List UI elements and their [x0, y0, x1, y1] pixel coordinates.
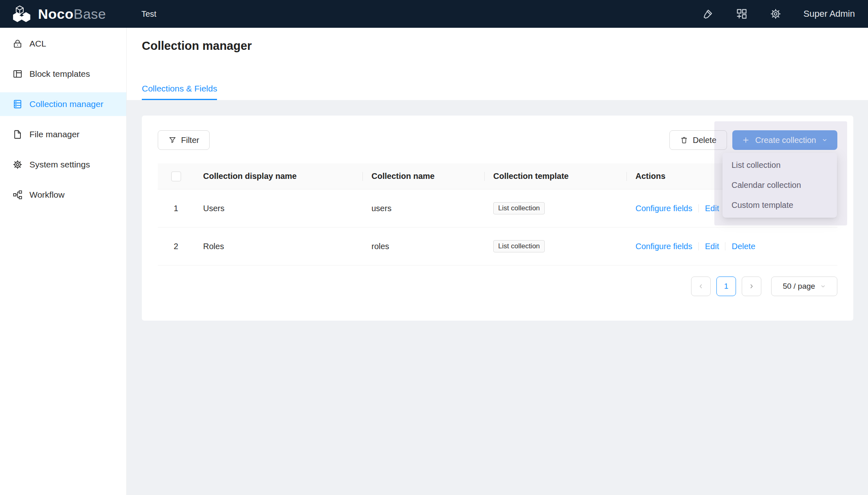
- delete-button[interactable]: Delete: [669, 130, 727, 150]
- toolbar-right: Delete Create collection: [669, 130, 837, 150]
- column-divider: [362, 172, 363, 181]
- template-tag: List collection: [493, 202, 545, 214]
- cell-collection-template: List collection: [484, 240, 626, 252]
- page-size-select[interactable]: 50 / page: [771, 276, 837, 296]
- sidebar-item-file-manager[interactable]: File manager: [0, 123, 126, 146]
- column-divider: [626, 172, 627, 181]
- chevron-down-icon: [821, 137, 828, 143]
- sidebar-item-label: System settings: [29, 160, 90, 169]
- page-header: Collection manager Collections & Fields: [127, 28, 868, 100]
- filter-button[interactable]: Filter: [158, 130, 210, 150]
- database-icon: [12, 99, 23, 109]
- action-separator: [698, 242, 699, 250]
- main-content: Collection manager Collections & Fields …: [127, 28, 868, 495]
- cell-collection-name: users: [362, 204, 484, 213]
- collections-card: Filter Delete Create collection: [142, 116, 853, 321]
- sidebar-item-label: ACL: [29, 39, 46, 49]
- chevron-left-icon: [698, 283, 704, 290]
- pagination-page-1[interactable]: 1: [716, 276, 736, 296]
- template-tag: List collection: [493, 240, 545, 252]
- cell-display-name: Roles: [194, 242, 362, 251]
- header-select-all-cell: [158, 172, 194, 181]
- brand-name: NocoBase: [38, 6, 106, 22]
- action-separator: [698, 204, 699, 212]
- sidebar-item-label: Collection manager: [29, 99, 103, 109]
- sidebar-item-collection-manager[interactable]: Collection manager: [0, 92, 126, 116]
- table-row: 2 Roles roles List collection Configure …: [158, 227, 837, 265]
- brand-bold: Noco: [38, 6, 74, 22]
- sidebar-item-block-templates[interactable]: Block templates: [0, 62, 126, 86]
- user-menu[interactable]: Super Admin: [803, 9, 855, 19]
- gear-icon[interactable]: [770, 8, 782, 20]
- gear-icon: [12, 159, 23, 170]
- dropdown-item-list-collection[interactable]: List collection: [723, 155, 837, 175]
- create-collection-label: Create collection: [755, 136, 816, 145]
- tabs: Collections & Fields: [142, 84, 217, 100]
- column-header-name: Collection name: [362, 172, 484, 181]
- filter-icon: [168, 136, 177, 144]
- cell-collection-template: List collection: [484, 202, 626, 214]
- cell-collection-name: roles: [362, 242, 484, 251]
- card-toolbar: Filter Delete Create collection: [142, 116, 853, 150]
- delete-button-label: Delete: [693, 136, 716, 145]
- cell-actions: Configure fields Edit Delete: [626, 242, 837, 251]
- row-index: 1: [158, 204, 194, 213]
- pagination: 1 50 / page: [158, 276, 837, 296]
- file-icon: [12, 129, 23, 140]
- dropdown-item-custom-template[interactable]: Custom template: [723, 195, 837, 215]
- sidebar-item-system-settings[interactable]: System settings: [0, 153, 126, 176]
- tab-collections-and-fields[interactable]: Collections & Fields: [142, 84, 217, 100]
- column-header-display-name: Collection display name: [194, 172, 362, 181]
- topnav: Test: [127, 9, 157, 19]
- chevron-down-icon: [820, 283, 826, 289]
- app-logo[interactable]: NocoBase: [0, 4, 127, 24]
- page-size-value: 50 / page: [783, 282, 815, 291]
- lock-icon: [12, 38, 23, 49]
- filter-button-label: Filter: [181, 136, 199, 145]
- create-collection-button[interactable]: Create collection: [732, 130, 837, 150]
- appstore-add-icon[interactable]: [736, 8, 748, 20]
- select-all-checkbox[interactable]: [171, 172, 181, 181]
- create-collection-dropdown: List collection Calendar collection Cust…: [723, 153, 837, 218]
- row-index: 2: [158, 242, 194, 251]
- topbar: NocoBase Test: [0, 0, 868, 28]
- sidebar-item-label: Block templates: [29, 69, 90, 79]
- delete-link[interactable]: Delete: [732, 242, 755, 251]
- sidebar-item-acl[interactable]: ACL: [0, 32, 126, 56]
- cell-display-name: Users: [194, 204, 362, 213]
- highlighter-icon[interactable]: [702, 8, 714, 20]
- edit-link[interactable]: Edit: [705, 204, 719, 213]
- dropdown-item-calendar-collection[interactable]: Calendar collection: [723, 175, 837, 195]
- nocobase-logo-icon: [11, 4, 33, 24]
- page-title: Collection manager: [142, 28, 868, 53]
- pagination-prev-button[interactable]: [691, 276, 711, 296]
- configure-fields-link[interactable]: Configure fields: [635, 242, 692, 251]
- sidebar-item-label: File manager: [29, 129, 80, 139]
- sidebar: ACL Block templates Collection manager F…: [0, 28, 127, 495]
- workflow-icon: [12, 190, 23, 200]
- action-separator: [725, 242, 725, 250]
- column-header-template: Collection template: [484, 172, 626, 181]
- column-divider: [484, 172, 485, 181]
- topbar-right: Super Admin: [702, 8, 868, 20]
- chevron-right-icon: [748, 283, 755, 290]
- plus-icon: [742, 136, 750, 144]
- layout-icon: [12, 69, 23, 79]
- topnav-item-test[interactable]: Test: [141, 9, 157, 19]
- configure-fields-link[interactable]: Configure fields: [635, 204, 692, 213]
- sidebar-item-workflow[interactable]: Workflow: [0, 183, 126, 207]
- pagination-next-button[interactable]: [742, 276, 761, 296]
- edit-link[interactable]: Edit: [705, 242, 719, 251]
- sidebar-item-label: Workflow: [29, 190, 65, 200]
- trash-icon: [680, 136, 688, 144]
- brand-light: Base: [74, 6, 106, 22]
